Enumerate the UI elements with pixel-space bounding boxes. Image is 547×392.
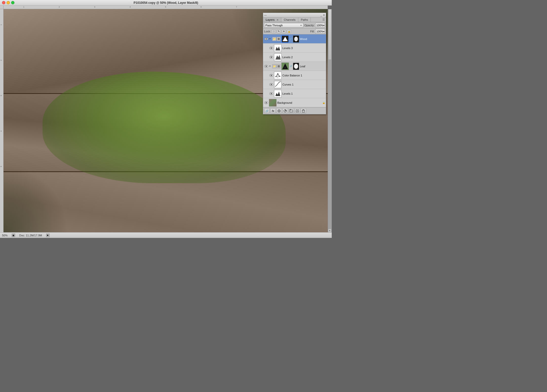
doc-options-button[interactable]: ▶ bbox=[46, 234, 50, 237]
layer-folder-icon: 📁 bbox=[272, 37, 276, 41]
lock-image-button[interactable]: ✎ bbox=[277, 30, 281, 33]
svg-marker-0 bbox=[283, 37, 288, 41]
layer-name-leaf: Leaf bbox=[300, 65, 325, 68]
layer-item-background[interactable]: Background 🔒 bbox=[263, 98, 326, 107]
layer-chain-icon: ⛓ bbox=[277, 37, 281, 41]
layer-thumb-background bbox=[269, 99, 277, 107]
layer-mask-thumb-leaf bbox=[293, 63, 299, 70]
ruler-mark: 2 bbox=[0, 60, 2, 61]
panel-window-controls: _ ✕ bbox=[320, 14, 325, 16]
layer-thumb-curves1 bbox=[274, 81, 282, 88]
layer-item-wood[interactable]: ▼ 📁 ⛓ 🔗 Wood bbox=[263, 34, 326, 44]
scrollbar-thumb[interactable] bbox=[328, 9, 331, 60]
lock-all-button[interactable]: 🔒 bbox=[287, 30, 291, 33]
window-title: P1010054 copy @ 50% (Wood, Layer Mask/8) bbox=[134, 1, 198, 5]
maximize-button[interactable] bbox=[11, 1, 14, 4]
zoom-options-button[interactable]: ◉ bbox=[12, 234, 15, 237]
ruler-mark: 7 bbox=[236, 6, 237, 8]
svg-point-11 bbox=[284, 66, 286, 68]
layer-item-leaf[interactable]: ▼ 📁 ⛓ 🔗 Leaf bbox=[263, 62, 326, 71]
layer-name-curves1: Curves 1 bbox=[282, 83, 325, 86]
layer-thumb-colorbalance1 bbox=[274, 72, 282, 79]
svg-rect-23 bbox=[274, 90, 281, 97]
tab-paths[interactable]: Paths bbox=[298, 17, 311, 22]
link-layers-button[interactable]: 🔗 bbox=[264, 108, 270, 113]
ruler-mark: 2 bbox=[59, 6, 60, 8]
layer-visibility-levels3[interactable] bbox=[269, 46, 273, 50]
ruler-mark: 5 bbox=[0, 166, 2, 167]
ruler-mark: 6 bbox=[201, 6, 202, 8]
panel-minimize-button[interactable]: _ bbox=[320, 14, 322, 16]
svg-point-17 bbox=[275, 76, 277, 77]
layer-visibility-wood[interactable] bbox=[264, 37, 268, 41]
opacity-arrow: ▶ bbox=[323, 24, 325, 26]
layer-expand-wood[interactable]: ▼ bbox=[269, 38, 271, 40]
eye-icon-background bbox=[264, 101, 268, 104]
layer-chain-icon-leaf: ⛓ bbox=[277, 64, 281, 68]
layer-thumb-levels3 bbox=[274, 44, 282, 52]
layer-item-levels2[interactable]: Levels 2 bbox=[263, 53, 326, 62]
layer-thumb-levels1 bbox=[274, 90, 282, 97]
scrollbar-right[interactable]: ▲ ▼ bbox=[328, 9, 332, 232]
panel-menu-button[interactable]: ☰ bbox=[321, 17, 326, 22]
tab-channels[interactable]: Channels bbox=[281, 17, 298, 22]
fx-button[interactable]: fx bbox=[270, 108, 276, 113]
blend-mode-arrow: ▼ bbox=[300, 24, 302, 27]
svg-point-18 bbox=[279, 76, 280, 77]
layer-expand-leaf[interactable]: ▼ bbox=[269, 65, 271, 67]
layer-visibility-leaf[interactable] bbox=[264, 64, 268, 68]
opacity-label: Opacity: bbox=[304, 24, 315, 27]
layer-link-wood: 🔗 bbox=[290, 38, 292, 40]
svg-rect-35 bbox=[302, 110, 304, 112]
eye-icon-levels1 bbox=[269, 92, 273, 95]
new-layer-button[interactable] bbox=[295, 108, 300, 113]
svg-point-28 bbox=[279, 110, 280, 111]
lock-row: Lock: □ ✎ ✛ 🔒 Fill: 100% ▶ bbox=[263, 29, 326, 34]
layer-visibility-levels1[interactable] bbox=[269, 92, 273, 96]
layer-icons-wood: 📁 ⛓ bbox=[272, 37, 281, 41]
layer-item-colorbalance1[interactable]: Color Balance 1 bbox=[263, 71, 326, 80]
layer-name-colorbalance1: Color Balance 1 bbox=[282, 74, 325, 77]
layer-item-levels3[interactable]: Levels 3 bbox=[263, 44, 326, 53]
layer-visibility-curves1[interactable] bbox=[269, 82, 273, 87]
lock-position-button[interactable]: ✛ bbox=[282, 30, 286, 33]
layer-thumb-levels2 bbox=[274, 53, 282, 61]
opacity-group: Opacity: 100% ▶ bbox=[304, 23, 325, 28]
shadow-bottom-left bbox=[4, 165, 68, 232]
layer-visibility-background[interactable] bbox=[264, 101, 268, 105]
layer-link-leaf: 🔗 bbox=[290, 65, 292, 67]
fill-input[interactable]: 100% ▶ bbox=[315, 29, 325, 34]
add-mask-button[interactable] bbox=[276, 108, 282, 113]
layer-visibility-levels2[interactable] bbox=[269, 55, 273, 59]
panel-tabs: Layers ✕ Channels Paths ☰ bbox=[263, 17, 326, 22]
layer-item-levels1[interactable]: Levels 1 bbox=[263, 89, 326, 98]
layer-thumb-leaf bbox=[281, 63, 289, 70]
tab-layers[interactable]: Layers ✕ bbox=[263, 17, 281, 22]
panel-title-bar: — _ ✕ bbox=[263, 13, 326, 17]
window-controls bbox=[2, 1, 14, 4]
tab-layers-close[interactable]: ✕ bbox=[277, 19, 279, 21]
scroll-down-arrow[interactable]: ▼ bbox=[328, 229, 331, 232]
opacity-input[interactable]: 100% ▶ bbox=[315, 23, 325, 28]
eye-icon-wood bbox=[264, 38, 268, 40]
eye-icon-curves1 bbox=[269, 83, 273, 86]
layer-item-curves1[interactable]: Curves 1 bbox=[263, 80, 326, 89]
layer-name-background: Background bbox=[277, 101, 322, 104]
svg-point-2 bbox=[294, 36, 298, 41]
panel-collapse-button[interactable]: — bbox=[264, 14, 267, 16]
delete-layer-button[interactable] bbox=[301, 108, 306, 113]
lock-pixels-button[interactable]: □ bbox=[272, 30, 276, 33]
add-adjustment-button[interactable] bbox=[282, 108, 288, 113]
fill-group: Fill: 100% ▶ bbox=[310, 29, 325, 34]
svg-rect-3 bbox=[274, 45, 281, 52]
close-button[interactable] bbox=[2, 1, 5, 4]
svg-rect-37 bbox=[303, 110, 304, 110]
new-group-button[interactable] bbox=[288, 108, 294, 113]
layer-thumb-wood bbox=[281, 35, 289, 43]
status-bar: 50% ◉ Doc: 11.2M/17.9M ▶ bbox=[0, 232, 332, 238]
minimize-button[interactable] bbox=[7, 1, 10, 4]
svg-rect-26 bbox=[269, 99, 276, 106]
panel-close-button[interactable]: ✕ bbox=[323, 14, 325, 16]
layer-visibility-colorbalance1[interactable] bbox=[269, 73, 273, 77]
blend-mode-select[interactable]: Pass Through ▼ bbox=[264, 23, 303, 28]
